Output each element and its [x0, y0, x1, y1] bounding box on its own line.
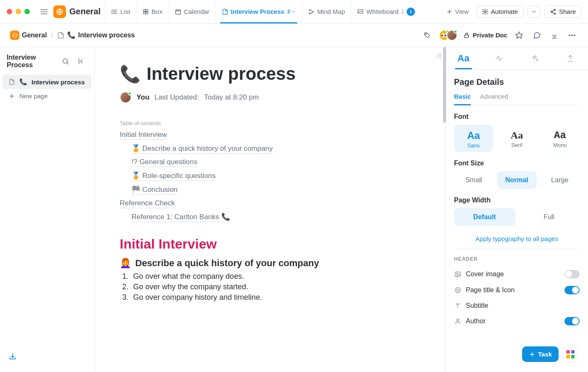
apply-typography-all[interactable]: Apply typography to all pages	[454, 233, 580, 249]
phone-icon: 📞	[120, 64, 141, 84]
tab-mind-map[interactable]: Mind Map	[302, 0, 351, 24]
title-icon-switch[interactable]	[564, 286, 580, 294]
author-label: You	[136, 93, 150, 102]
automate-button[interactable]: Automate	[476, 5, 523, 18]
presence-avatars[interactable]: 👀	[439, 30, 457, 41]
document-title[interactable]: 📞 Interview process	[120, 64, 420, 84]
arrow-right-bar-icon	[434, 52, 442, 60]
collapse-right-panel[interactable]	[434, 52, 442, 62]
sidebar-item-label: Interview process	[32, 79, 85, 86]
minimize-window-icon[interactable]	[16, 9, 21, 14]
rp-tab-export[interactable]	[552, 47, 588, 69]
comments-button[interactable]	[531, 29, 543, 41]
svg-point-45	[457, 273, 458, 274]
tab-whiteboard[interactable]: Whiteboard 2	[351, 0, 421, 24]
doc-access[interactable]: Private Doc	[463, 31, 507, 39]
breadcrumb-page[interactable]: 📞 Interview process	[57, 31, 135, 39]
user-icon	[454, 318, 462, 325]
tag-icon	[423, 31, 431, 39]
toc-link[interactable]: 🏅 Describe a quick history of your compa…	[131, 144, 273, 154]
tab-box[interactable]: Box	[136, 0, 168, 24]
tab-calendar[interactable]: Calendar	[168, 0, 215, 24]
font-size-normal[interactable]: Normal	[497, 171, 536, 189]
page-width-full[interactable]: Full	[519, 208, 580, 226]
font-size-large[interactable]: Large	[540, 171, 580, 189]
company-history-list[interactable]: Go over what the company does. Go over w…	[120, 272, 420, 302]
add-view-button[interactable]: View	[443, 6, 472, 17]
rp-tab-ai[interactable]	[517, 47, 553, 69]
maximize-window-icon[interactable]	[24, 9, 30, 14]
automate-dropdown[interactable]	[528, 5, 540, 18]
rp-section-fontsize: Font Size	[454, 160, 580, 167]
toggle-title-icon: Page title & Icon	[454, 282, 580, 298]
font-mono[interactable]: Aa Mono	[541, 125, 580, 152]
collapse-sidebar-button[interactable]	[76, 55, 87, 67]
heading-initial-interview[interactable]: Initial Interview	[120, 236, 420, 252]
favorite-button[interactable]	[513, 29, 525, 41]
cover-image-switch[interactable]	[564, 270, 580, 278]
tab-count: 2	[401, 8, 404, 15]
search-button[interactable]	[60, 55, 71, 67]
window-controls	[7, 9, 30, 14]
font-serif[interactable]: Aa Serif	[497, 125, 536, 152]
download-button[interactable]	[549, 29, 560, 41]
apps-button[interactable]	[563, 347, 578, 362]
toc-link[interactable]: 🏅 Role-specific questions	[131, 171, 216, 181]
list-item[interactable]: Go over company history and timeline.	[131, 293, 420, 302]
export-icon	[566, 54, 575, 63]
subheading-company-history[interactable]: 👩‍🦰 Describe a quick history of your com…	[120, 258, 420, 269]
svg-rect-10	[143, 9, 145, 11]
last-updated-value: Today at 8:20 pm	[204, 93, 259, 102]
new-page-button[interactable]: New page	[3, 89, 92, 103]
more-button[interactable]	[566, 29, 578, 41]
toc-link[interactable]: Reference 1: Carlton Banks 📞	[131, 212, 230, 222]
tab-label: Whiteboard	[366, 8, 399, 15]
close-window-icon[interactable]	[7, 9, 12, 14]
font-sample: Aa	[499, 130, 535, 141]
sidebar-item-interview-process[interactable]: 📞 Interview process	[3, 75, 92, 89]
next-tabs-icon[interactable]	[407, 8, 415, 16]
button-label: Automate	[491, 8, 518, 15]
breadcrumb-actions: 👀 Private Doc	[421, 29, 578, 41]
rp-subtab-advanced[interactable]: Advanced	[480, 93, 508, 105]
tab-interview-process[interactable]: Interview Process 3	[215, 0, 302, 24]
tab-label: List	[120, 8, 130, 15]
font-sans[interactable]: Aa Sans	[454, 125, 493, 152]
page-title-text: Interview process	[147, 64, 296, 84]
font-selector: Aa Sans Aa Serif Aa Mono	[454, 125, 580, 152]
sidebar-bottom-action[interactable]	[3, 349, 92, 365]
share-button[interactable]: Share	[544, 5, 581, 18]
toc-link[interactable]: !? General questions	[131, 158, 197, 167]
menu-toggle[interactable]	[38, 6, 50, 18]
author-avatar[interactable]	[120, 92, 131, 103]
rp-tab-typography[interactable]: Aa	[446, 47, 481, 69]
right-panel-tabs: Aa	[446, 47, 588, 70]
tag-button[interactable]	[421, 29, 433, 41]
left-sidebar: Interview Process 📞 Interview process Ne…	[0, 47, 94, 372]
list-item[interactable]: Go over what the company does.	[131, 272, 420, 281]
list-item[interactable]: Go over why the company started.	[131, 283, 420, 291]
rp-subtab-basic[interactable]: Basic	[454, 93, 471, 105]
document-canvas[interactable]: 📞 Interview process You Last Updated: To…	[94, 47, 445, 372]
more-icon	[568, 31, 576, 39]
right-panel: Aa Page Details Basic Advanced Font Aa	[445, 47, 588, 372]
author-switch[interactable]	[564, 317, 580, 325]
toc-link[interactable]: Reference Check	[120, 199, 175, 208]
toc-link[interactable]: 🏁 Conclusion	[131, 185, 178, 195]
automate-icon	[482, 8, 488, 15]
breadcrumb-root[interactable]: General	[10, 31, 47, 40]
svg-point-24	[484, 11, 486, 13]
new-task-button[interactable]: Task	[522, 346, 559, 362]
font-size-small[interactable]: Small	[454, 171, 494, 189]
tab-list[interactable]: List	[105, 0, 136, 24]
subheading-text: Describe a quick history of your company	[135, 258, 319, 269]
rp-tab-activity[interactable]	[481, 47, 517, 69]
toc-link[interactable]: Initial Interview	[120, 131, 167, 140]
download-icon	[550, 31, 559, 39]
toc-label: Table of contents	[120, 120, 420, 126]
floating-buttons: Task	[522, 346, 578, 362]
page-width-default[interactable]: Default	[454, 208, 515, 226]
svg-line-29	[552, 12, 554, 13]
workspace-chip[interactable]: General	[53, 5, 100, 18]
toggle-author: Author	[454, 313, 580, 329]
